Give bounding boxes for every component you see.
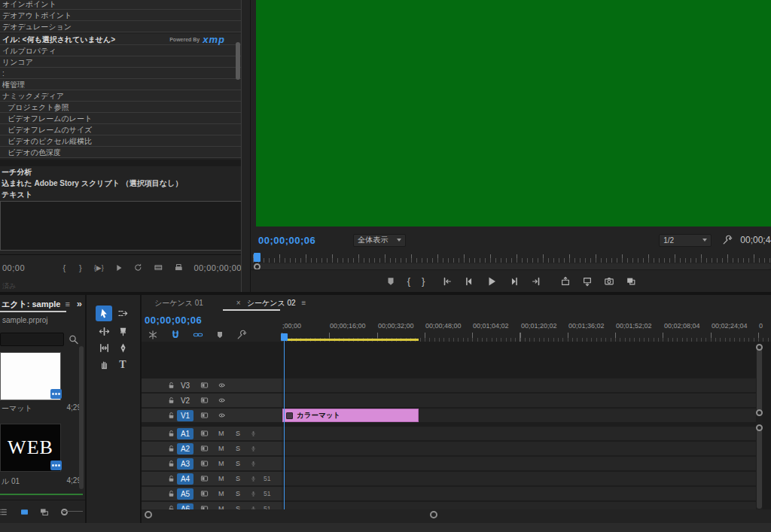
track-label[interactable]: A1 <box>177 428 194 439</box>
metadata-row[interactable]: ビデオフレームのレート <box>0 113 242 124</box>
overflow-panels-icon[interactable]: » <box>77 298 82 309</box>
monitor-scrollbar[interactable] <box>253 263 771 269</box>
solo-button[interactable]: S <box>236 460 240 467</box>
clip-thumbnail-title[interactable]: WEB <box>0 424 61 472</box>
lock-icon[interactable] <box>167 396 175 405</box>
usage-badge[interactable] <box>50 389 62 399</box>
tab-sequence-02[interactable]: シーケンス 02 <box>247 298 296 309</box>
search-bin-icon[interactable] <box>67 333 80 345</box>
source-patch-icon[interactable] <box>200 444 209 453</box>
metadata-row[interactable]: ビデオの色深度 <box>0 147 242 158</box>
scrollbar-zoom-handle[interactable] <box>430 511 437 518</box>
track-label[interactable]: A3 <box>177 458 194 470</box>
voiceover-mic-icon[interactable] <box>250 444 257 453</box>
insert-icon[interactable] <box>154 263 163 272</box>
play-button[interactable] <box>486 275 498 287</box>
lift-icon[interactable] <box>560 276 571 287</box>
track-lane[interactable] <box>282 457 756 470</box>
metadata-row[interactable]: ナミックメディア <box>0 90 242 102</box>
playback-resolution-select[interactable]: 1/2 <box>659 234 712 247</box>
solo-button[interactable]: S <box>236 475 240 482</box>
track-lane[interactable] <box>282 378 756 392</box>
monitor-mini-ruler[interactable] <box>253 253 771 263</box>
track-lane[interactable] <box>282 442 756 455</box>
razor-tool[interactable] <box>114 324 131 339</box>
clip-thumbnail-colormatte[interactable] <box>0 352 61 400</box>
toggle-track-output-eye-icon[interactable] <box>217 382 227 389</box>
source-patch-icon[interactable] <box>200 429 209 438</box>
overwrite-icon[interactable] <box>174 263 184 272</box>
source-patch-icon[interactable] <box>200 489 209 498</box>
metadata-scrollbar[interactable] <box>236 42 240 80</box>
lock-icon[interactable] <box>167 459 175 468</box>
panel-menu-icon[interactable]: ≡ <box>302 299 306 307</box>
nest-sequence-icon[interactable] <box>148 330 158 340</box>
mark-in-button[interactable]: { <box>407 275 410 287</box>
voiceover-mic-icon[interactable] <box>250 459 257 468</box>
go-to-in-icon[interactable] <box>442 276 453 287</box>
zoom-slider-knob[interactable] <box>61 509 68 515</box>
lock-icon[interactable] <box>167 474 175 483</box>
icon-view-icon[interactable] <box>20 507 29 517</box>
track-label[interactable]: V1 <box>177 410 194 421</box>
track-label[interactable]: A2 <box>177 443 194 454</box>
ripple-edit-tool[interactable] <box>96 324 112 339</box>
metadata-row[interactable]: オインポイント <box>0 0 242 10</box>
linked-selection-icon[interactable] <box>193 330 203 340</box>
audio-scrollbar-thumb[interactable] <box>757 427 762 509</box>
horizontal-scrollbar-track[interactable] <box>142 509 771 523</box>
speech-text-box[interactable] <box>0 201 242 251</box>
metadata-row[interactable]: リンコア <box>0 56 242 68</box>
search-input[interactable] <box>0 333 64 346</box>
monitor-playhead[interactable] <box>254 253 261 262</box>
play-in-to-out-button[interactable]: {▶} <box>94 264 104 272</box>
extract-icon[interactable] <box>582 276 593 287</box>
zoom-slider-track[interactable] <box>62 511 83 512</box>
snap-magnet-icon[interactable] <box>170 330 181 340</box>
pen-tool[interactable] <box>114 340 131 356</box>
timeline-timecode[interactable]: 00;00;00;06 <box>145 315 202 326</box>
solo-button[interactable]: S <box>236 490 240 497</box>
lock-icon[interactable] <box>167 411 175 420</box>
play-button[interactable] <box>114 263 123 272</box>
close-tab-icon[interactable]: × <box>236 299 241 307</box>
track-select-forward-tool[interactable] <box>114 306 131 321</box>
scrollbar-zoom-handle[interactable] <box>145 511 152 518</box>
track-label[interactable]: V2 <box>177 395 194 406</box>
go-to-out-icon[interactable] <box>531 276 541 287</box>
solo-button[interactable]: S <box>236 430 240 437</box>
source-patch-icon[interactable] <box>200 396 209 405</box>
mute-button[interactable]: M <box>218 490 224 497</box>
voiceover-mic-icon[interactable] <box>250 429 257 438</box>
timeline-clip-colormatte[interactable]: カラーマット <box>282 409 419 422</box>
mark-out-button[interactable]: } <box>79 263 82 272</box>
track-lane[interactable] <box>282 472 756 485</box>
voiceover-mic-icon[interactable] <box>250 474 257 483</box>
program-video-frame[interactable] <box>256 0 771 226</box>
loop-icon[interactable] <box>133 263 143 272</box>
source-patch-icon[interactable] <box>200 474 209 483</box>
metadata-row[interactable]: : <box>0 68 242 79</box>
mark-out-button[interactable]: } <box>422 275 425 287</box>
track-lane[interactable] <box>282 487 756 500</box>
lock-icon[interactable] <box>167 381 175 390</box>
hand-tool[interactable] <box>96 357 112 372</box>
project-scrollbar[interactable] <box>79 346 84 489</box>
tab-sequence-01[interactable]: シーケンス 01 <box>154 298 203 309</box>
track-lane[interactable] <box>282 427 756 440</box>
metadata-row[interactable]: イルプロパティ <box>0 45 242 56</box>
lock-icon[interactable] <box>167 489 175 498</box>
mute-button[interactable]: M <box>218 430 224 437</box>
list-view-icon[interactable] <box>0 507 8 517</box>
voiceover-mic-icon[interactable] <box>250 489 257 498</box>
lock-icon[interactable] <box>167 444 175 453</box>
step-forward-icon[interactable] <box>509 276 520 287</box>
mute-button[interactable]: M <box>218 475 224 482</box>
metadata-row[interactable]: ビデオのピクセル縦横比 <box>0 135 242 147</box>
video-scrollbar-thumb[interactable] <box>757 347 762 413</box>
track-lane[interactable] <box>282 394 756 407</box>
toggle-track-output-eye-icon[interactable] <box>217 397 227 404</box>
metadata-row[interactable]: 権管理 <box>0 79 242 90</box>
timeline-settings-wrench-icon[interactable] <box>236 330 247 340</box>
settings-wrench-icon[interactable] <box>722 235 733 245</box>
